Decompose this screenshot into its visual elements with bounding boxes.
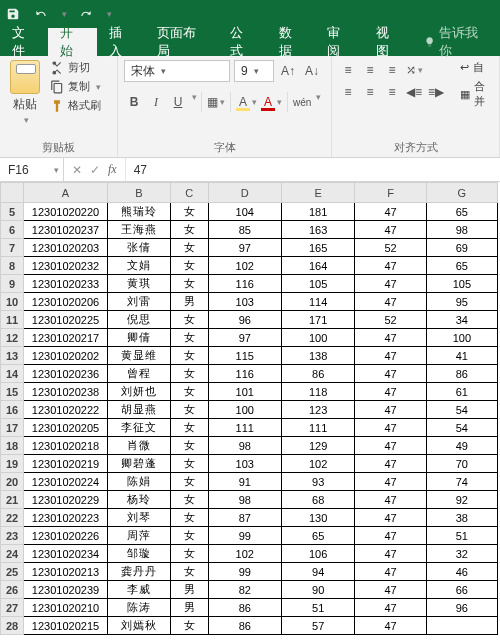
cell[interactable]: 12301020220 — [24, 203, 108, 221]
cell[interactable]: 96 — [208, 311, 281, 329]
cell[interactable]: 97 — [208, 329, 281, 347]
cell[interactable]: 王海燕 — [107, 221, 170, 239]
cell[interactable]: 女 — [170, 617, 208, 635]
bold-button[interactable]: B — [124, 92, 144, 112]
cell[interactable]: 女 — [170, 239, 208, 257]
increase-font-button[interactable]: A↑ — [278, 61, 298, 81]
cell[interactable]: 刘嫣秋 — [107, 617, 170, 635]
cell[interactable]: 12301020203 — [24, 239, 108, 257]
redo-icon[interactable] — [77, 5, 95, 23]
cell[interactable]: 女 — [170, 275, 208, 293]
cell[interactable]: 123 — [281, 401, 354, 419]
enter-icon[interactable]: ✓ — [90, 163, 100, 177]
cell[interactable]: 熊瑞玲 — [107, 203, 170, 221]
cell[interactable]: 41 — [426, 347, 497, 365]
row-header[interactable]: 16 — [1, 401, 24, 419]
cell[interactable]: 86 — [208, 599, 281, 617]
tab-insert[interactable]: 插入 — [97, 28, 145, 56]
cell[interactable]: 51 — [426, 527, 497, 545]
cell[interactable]: 12301020202 — [24, 347, 108, 365]
phonetic-button[interactable]: wén — [292, 92, 312, 112]
cell[interactable]: 102 — [208, 545, 281, 563]
name-box[interactable]: F16▾ — [0, 158, 64, 181]
cell[interactable]: 12301020239 — [24, 581, 108, 599]
cell[interactable]: 12301020206 — [24, 293, 108, 311]
cell[interactable]: 100 — [208, 401, 281, 419]
fx-icon[interactable]: fx — [108, 162, 117, 177]
row-header[interactable]: 15 — [1, 383, 24, 401]
select-all-corner[interactable] — [1, 183, 24, 203]
row-header[interactable]: 8 — [1, 257, 24, 275]
row-header[interactable]: 5 — [1, 203, 24, 221]
cell[interactable]: 12301020223 — [24, 509, 108, 527]
cell[interactable]: 38 — [426, 509, 497, 527]
font-color-button[interactable]: A▾ — [260, 92, 283, 112]
cell[interactable]: 100 — [426, 329, 497, 347]
indent-decrease-button[interactable]: ◀≡ — [404, 82, 424, 102]
align-top-button[interactable]: ≡ — [338, 60, 358, 80]
cell[interactable]: 97 — [208, 239, 281, 257]
cell[interactable]: 陈娟 — [107, 473, 170, 491]
cell[interactable]: 51 — [281, 599, 354, 617]
cell[interactable]: 116 — [208, 275, 281, 293]
cell[interactable]: 卿碧蓬 — [107, 455, 170, 473]
cell[interactable]: 65 — [426, 257, 497, 275]
cell[interactable] — [426, 617, 497, 635]
cell[interactable]: 100 — [281, 329, 354, 347]
cell[interactable]: 12301020237 — [24, 221, 108, 239]
cell[interactable]: 65 — [426, 203, 497, 221]
row-header[interactable]: 20 — [1, 473, 24, 491]
tab-page-layout[interactable]: 页面布局 — [145, 28, 218, 56]
cell[interactable]: 黄琪 — [107, 275, 170, 293]
cell[interactable]: 87 — [208, 509, 281, 527]
cell[interactable]: 165 — [281, 239, 354, 257]
cell[interactable]: 68 — [281, 491, 354, 509]
cell[interactable]: 刘妍也 — [107, 383, 170, 401]
cell[interactable]: 倪思 — [107, 311, 170, 329]
cell[interactable]: 47 — [355, 275, 426, 293]
cell[interactable]: 12301020213 — [24, 563, 108, 581]
cell[interactable]: 47 — [355, 509, 426, 527]
column-header[interactable]: D — [208, 183, 281, 203]
cell[interactable]: 12301020219 — [24, 455, 108, 473]
underline-button[interactable]: U — [168, 92, 188, 112]
cell[interactable]: 114 — [281, 293, 354, 311]
cell[interactable]: 卿倩 — [107, 329, 170, 347]
cell[interactable]: 85 — [208, 221, 281, 239]
cell[interactable]: 47 — [355, 203, 426, 221]
font-name-select[interactable]: 宋体▾ — [124, 60, 230, 82]
tab-formulas[interactable]: 公式 — [218, 28, 266, 56]
cell[interactable]: 96 — [426, 599, 497, 617]
row-header[interactable]: 12 — [1, 329, 24, 347]
cell[interactable]: 52 — [355, 311, 426, 329]
tab-home[interactable]: 开始 — [48, 28, 96, 56]
align-middle-button[interactable]: ≡ — [360, 60, 380, 80]
cell[interactable]: 95 — [426, 293, 497, 311]
cell[interactable]: 女 — [170, 419, 208, 437]
cell[interactable]: 女 — [170, 365, 208, 383]
cell[interactable]: 肖微 — [107, 437, 170, 455]
merge-center-button[interactable]: ▦合并 — [460, 79, 493, 109]
cell[interactable]: 刘琴 — [107, 509, 170, 527]
row-header[interactable]: 23 — [1, 527, 24, 545]
cell[interactable]: 男 — [170, 293, 208, 311]
cancel-icon[interactable]: ✕ — [72, 163, 82, 177]
cell[interactable]: 女 — [170, 257, 208, 275]
cell[interactable]: 61 — [426, 383, 497, 401]
cell[interactable]: 115 — [208, 347, 281, 365]
cell[interactable]: 12301020224 — [24, 473, 108, 491]
cell[interactable]: 106 — [281, 545, 354, 563]
cell[interactable]: 47 — [355, 221, 426, 239]
undo-icon[interactable] — [32, 5, 50, 23]
cell[interactable]: 65 — [281, 527, 354, 545]
cell[interactable]: 116 — [208, 365, 281, 383]
cell[interactable]: 47 — [355, 473, 426, 491]
cell[interactable]: 女 — [170, 509, 208, 527]
font-size-select[interactable]: 9▾ — [234, 60, 274, 82]
spreadsheet-grid[interactable]: ABCDEFG 512301020220熊瑞玲女1041814765612301… — [0, 182, 500, 644]
cell[interactable]: 70 — [426, 455, 497, 473]
cell[interactable]: 111 — [281, 419, 354, 437]
row-header[interactable]: 9 — [1, 275, 24, 293]
row-header[interactable]: 27 — [1, 599, 24, 617]
cell[interactable]: 103 — [208, 293, 281, 311]
